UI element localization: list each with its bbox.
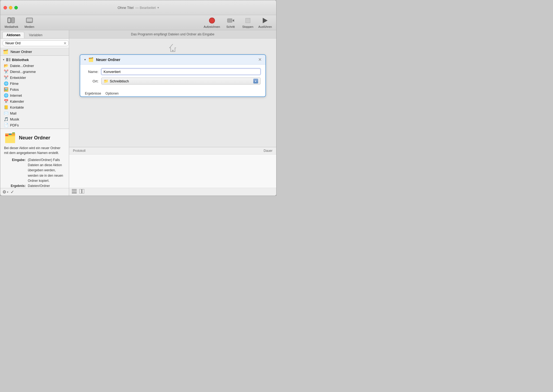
workflow-top-bar: Das Programm empfängt Dateien und Ordner… bbox=[69, 30, 276, 39]
mediathek-button[interactable]: Mediathek bbox=[5, 17, 18, 28]
gear-icon: ⚙ bbox=[2, 189, 6, 195]
library-item-icon: 🌐 bbox=[4, 93, 8, 98]
library-item[interactable]: 📒Kontakte bbox=[0, 104, 69, 110]
ort-label: Ort: bbox=[85, 79, 99, 83]
main-window: Ohne Titel — Bearbeitet ▾ Mediathek bbox=[0, 0, 276, 196]
ausfuhren-icon-area bbox=[261, 17, 269, 24]
action-card-close-button[interactable]: ✕ bbox=[258, 58, 262, 62]
fullscreen-button[interactable] bbox=[14, 6, 18, 9]
action-card-folder-icon: 🗂️ bbox=[88, 57, 94, 62]
log-list-icon[interactable] bbox=[72, 189, 77, 195]
library-items: 📂Dateie...Ordner✂️Dienst...gramme✂️Entwi… bbox=[0, 63, 69, 129]
action-card-body: Name: Ort: 📁 Schreibtisch ▾ bbox=[80, 65, 265, 90]
minimize-button[interactable] bbox=[9, 6, 12, 9]
aufzeichnen-button[interactable]: Aufzeichnen bbox=[204, 17, 220, 28]
log-body bbox=[69, 155, 276, 188]
search-clear-button[interactable]: ✕ bbox=[63, 41, 67, 45]
library-icon bbox=[6, 57, 11, 62]
toolbar-right: Aufzeichnen Schritt Stoppen bbox=[204, 17, 272, 28]
library-item-label: Filme bbox=[10, 82, 19, 86]
svg-rect-11 bbox=[72, 189, 77, 190]
svg-rect-15 bbox=[79, 189, 82, 193]
svg-rect-16 bbox=[82, 189, 84, 193]
workflow-connector bbox=[75, 44, 271, 52]
svg-rect-5 bbox=[28, 22, 31, 23]
toolbar-left: Mediathek Medien bbox=[5, 17, 36, 28]
svg-rect-4 bbox=[27, 18, 32, 22]
ort-select[interactable]: 📁 Schreibtisch ▾ bbox=[101, 78, 261, 85]
library-item-label: Entwickler bbox=[10, 76, 26, 80]
library-item-label: PDFs bbox=[10, 123, 19, 127]
library-item-label: Mail bbox=[10, 111, 16, 115]
library-item-icon: ✂️ bbox=[4, 75, 8, 80]
tab-optionen[interactable]: Optionen bbox=[106, 92, 119, 96]
info-description: Bei dieser Aktion wird ein neuer Ordner … bbox=[4, 146, 65, 155]
ort-field-row: Ort: 📁 Schreibtisch ▾ bbox=[85, 78, 261, 85]
library-item[interactable]: ✂️Dienst...gramme bbox=[0, 69, 69, 75]
library-item-icon: 📒 bbox=[4, 105, 8, 110]
library-list: ▼ Bibliothek 📂Dateie...Ordner✂️Dienst...… bbox=[0, 56, 69, 129]
library-item-label: Dienst...gramme bbox=[10, 70, 36, 74]
library-item[interactable]: 🌐Internet bbox=[0, 92, 69, 98]
svg-rect-12 bbox=[72, 190, 77, 191]
library-header: ▼ Bibliothek bbox=[0, 57, 69, 63]
window-title: Ohne Titel bbox=[117, 6, 133, 10]
main-area: Aktionen Variablen ✕ 🗂️ Neuer Ordner ▼ bbox=[0, 30, 276, 196]
library-item[interactable]: ✉️Mail bbox=[0, 110, 69, 116]
library-item[interactable]: 📂Dateie...Ordner bbox=[0, 63, 69, 69]
library-item[interactable]: 🎵Musik bbox=[0, 116, 69, 122]
info-table-row: Eingabe:(Dateien/Ordner) Falls Dateien a… bbox=[4, 158, 65, 183]
svg-rect-2 bbox=[8, 18, 10, 22]
title-dropdown-icon[interactable]: ▾ bbox=[157, 6, 159, 9]
aufzeichnen-circle-icon bbox=[209, 18, 215, 24]
window-subtitle: — Bearbeitet bbox=[135, 6, 156, 10]
info-table-row: Ergebnis:Dateien/Ordner bbox=[4, 183, 65, 188]
info-header: 🗂️ Neuer Ordner bbox=[4, 132, 65, 143]
library-triangle-icon: ▼ bbox=[2, 58, 5, 61]
tab-variablen[interactable]: Variablen bbox=[25, 32, 46, 38]
stoppen-label: Stoppen bbox=[242, 25, 253, 28]
library-item[interactable]: 📄PDFs bbox=[0, 122, 69, 128]
info-field-key: Eingabe: bbox=[4, 158, 26, 183]
svg-rect-13 bbox=[72, 192, 77, 192]
search-bar: ✕ bbox=[0, 39, 69, 48]
log-split-icon[interactable] bbox=[79, 189, 84, 195]
library-item[interactable]: ✂️Entwickler bbox=[0, 75, 69, 81]
library-item[interactable]: 🌐Filme bbox=[0, 81, 69, 86]
window-title-area: Ohne Titel — Bearbeitet ▾ bbox=[117, 6, 159, 10]
library-item-icon: ✉️ bbox=[4, 111, 8, 116]
search-result-item[interactable]: 🗂️ Neuer Ordner bbox=[0, 48, 69, 55]
action-card: ▼ 🗂️ Neuer Ordner ✕ Name: Ort: bbox=[80, 54, 266, 97]
ausfuhren-triangle-icon bbox=[263, 18, 268, 23]
protokoll-label: Protokoll bbox=[73, 149, 86, 153]
name-field-row: Name: bbox=[85, 68, 261, 75]
svg-rect-8 bbox=[6, 58, 8, 61]
check-button[interactable]: ✓ bbox=[11, 189, 14, 195]
name-input[interactable] bbox=[101, 68, 261, 75]
log-section: Protokoll Dauer bbox=[69, 147, 276, 196]
ort-select-arrow-icon: ▾ bbox=[253, 79, 258, 83]
schritt-icon-area bbox=[226, 17, 235, 24]
library-item-label: Musik bbox=[10, 117, 19, 121]
gear-button[interactable]: ⚙ ▾ bbox=[2, 189, 8, 195]
medien-button[interactable]: Medien bbox=[23, 17, 36, 28]
action-card-header: ▼ 🗂️ Neuer Ordner ✕ bbox=[80, 55, 265, 65]
close-button[interactable] bbox=[4, 6, 7, 9]
dauer-label: Dauer bbox=[264, 149, 272, 153]
schritt-button[interactable]: Schritt bbox=[224, 17, 237, 28]
tab-ergebnisse[interactable]: Ergebnisse bbox=[85, 92, 101, 96]
info-panel: 🗂️ Neuer Ordner Bei dieser Aktion wird e… bbox=[0, 129, 69, 188]
search-result-label: Neuer Ordner bbox=[11, 50, 32, 54]
schritt-label: Schritt bbox=[226, 25, 235, 28]
library-item[interactable]: 🖼️Fotos bbox=[0, 86, 69, 92]
library-item-icon: 📄 bbox=[4, 123, 8, 128]
library-item[interactable]: 📅Kalender bbox=[0, 98, 69, 104]
svg-rect-14 bbox=[72, 193, 77, 193]
tab-aktionen[interactable]: Aktionen bbox=[2, 32, 24, 38]
ausfuhren-button[interactable]: Ausführen bbox=[258, 17, 272, 28]
check-icon: ✓ bbox=[11, 190, 14, 194]
stoppen-button[interactable]: Stoppen bbox=[241, 17, 255, 28]
svg-marker-7 bbox=[232, 19, 234, 22]
action-card-tabs: Ergebnisse Optionen bbox=[80, 90, 265, 96]
search-input[interactable] bbox=[2, 40, 69, 46]
